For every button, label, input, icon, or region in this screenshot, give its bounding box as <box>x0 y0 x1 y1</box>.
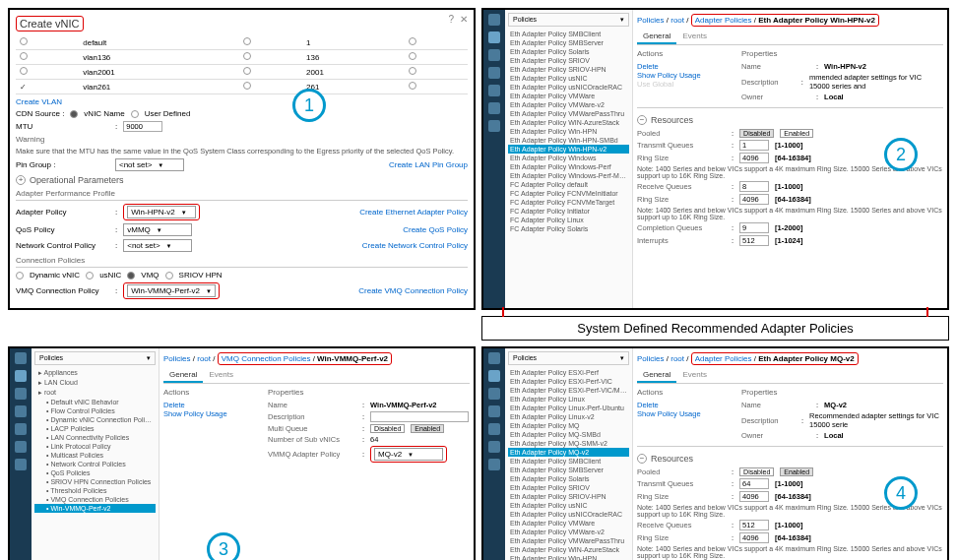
sidebar-item[interactable]: • LACP Policies <box>34 424 156 433</box>
sidebar-item[interactable]: Eth Adapter Policy SRIOV <box>508 483 629 492</box>
sidebar-item[interactable]: Eth Adapter Policy Win-HPN <box>508 554 629 560</box>
nav-icon[interactable] <box>488 459 500 470</box>
sidebar-item[interactable]: Eth Adapter Policy Win-HPN <box>508 127 629 136</box>
radio-icon[interactable] <box>131 110 139 118</box>
sidebar-item[interactable]: • Network Control Policies <box>34 460 156 468</box>
create-lan-pin-link[interactable]: Create LAN Pin Group <box>389 160 468 169</box>
sidebar-item[interactable]: • Link Protocol Policy <box>34 442 156 451</box>
sidebar-item[interactable]: Eth Adapter Policy usNIC <box>508 74 629 83</box>
table-row[interactable]: default1 <box>16 35 468 50</box>
sidebar-item[interactable]: Eth Adapter Policy MQ-v2 <box>508 448 629 457</box>
sidebar-item[interactable]: Eth Adapter Policy SMBServer <box>508 38 629 47</box>
desc-input[interactable] <box>370 411 469 422</box>
sidebar-item[interactable]: • QoS Policies <box>34 468 156 477</box>
adapter-policy-select[interactable]: Win-HPN-v2 <box>127 206 196 218</box>
sidebar-item[interactable]: • SRIOV HPN Connection Policies <box>34 477 156 486</box>
sidebar-item[interactable]: Eth Adapter Policy WIN-AzureStack <box>508 118 629 127</box>
create-vlan-link[interactable]: Create VLAN <box>16 97 62 106</box>
sidebar-item[interactable]: Eth Adapter Policy usNIC <box>508 501 629 510</box>
tab-events[interactable]: Events <box>676 30 712 42</box>
show-usage-link[interactable]: Show Policy Usage <box>637 71 726 80</box>
nav-icon[interactable] <box>488 120 500 132</box>
collapse-icon[interactable]: − <box>637 454 647 464</box>
sidebar-item[interactable]: FC Adapter Policy FCNVMeInitiator <box>508 189 629 198</box>
table-row[interactable]: vlan136136 <box>16 50 468 65</box>
enabled-toggle[interactable]: Enabled <box>780 467 813 476</box>
expand-icon[interactable]: + <box>16 175 26 185</box>
check-icon[interactable]: ✓ <box>20 83 27 92</box>
tab-events[interactable]: Events <box>676 368 712 381</box>
sidebar-item[interactable]: Eth Adapter Policy Linux-Perf-Ubuntu <box>508 404 629 412</box>
nav-icon[interactable] <box>15 423 27 435</box>
nav-icon[interactable] <box>488 102 500 114</box>
radio-icon[interactable] <box>243 67 251 75</box>
sidebar-item[interactable]: ▸ Appliances <box>34 368 156 378</box>
table-row[interactable]: vlan20012001 <box>16 65 468 80</box>
nav-icon[interactable] <box>488 49 500 61</box>
nav-icon[interactable] <box>488 388 500 400</box>
pin-group-select[interactable]: <not set> <box>115 158 184 171</box>
radio-icon[interactable] <box>165 272 173 280</box>
ring-size-input-2[interactable] <box>739 532 769 543</box>
nav-icon[interactable] <box>488 405 500 417</box>
radio-icon[interactable] <box>70 110 78 118</box>
sidebar-item[interactable]: Eth Adapter Policy MQ-SMM-v2 <box>508 439 629 448</box>
sidebar-item[interactable]: Eth Adapter Policy SMBClient <box>508 30 629 38</box>
tx-queues-input[interactable] <box>739 140 769 151</box>
sidebar-item[interactable]: FC Adapter Policy default <box>508 180 629 189</box>
create-qos-link[interactable]: Create QoS Policy <box>403 225 468 234</box>
sidebar-item[interactable]: Eth Adapter Policy Win-HPN-v2 <box>508 145 629 154</box>
radio-icon[interactable] <box>409 37 416 45</box>
enabled-toggle[interactable]: Enabled <box>411 424 444 433</box>
sidebar-item[interactable]: Eth Adapter Policy VMWarePassThru <box>508 109 629 118</box>
disabled-toggle[interactable]: Disabled <box>370 424 405 433</box>
rx-queues-input[interactable] <box>739 181 769 192</box>
sidebar-item[interactable]: Eth Adapter Policy ESXi-Perf-VIC/Mel-NIC <box>508 386 629 395</box>
nav-icon[interactable] <box>15 388 27 400</box>
nav-icon[interactable] <box>15 441 27 453</box>
delete-link[interactable]: Delete <box>637 401 726 409</box>
sidebar-item[interactable]: Eth Adapter Policy Windows-Perf-Monitori… <box>508 171 629 180</box>
show-usage-link[interactable]: Show Policy Usage <box>637 409 726 418</box>
sidebar-item[interactable]: Eth Adapter Policy MQ <box>508 421 629 430</box>
enabled-toggle[interactable]: Enabled <box>780 129 813 138</box>
sidebar-item[interactable]: • Dynamic vNIC Connection Policies <box>34 415 156 424</box>
create-net-ctrl-link[interactable]: Create Network Control Policy <box>362 241 468 250</box>
collapse-icon[interactable]: − <box>637 115 647 125</box>
sidebar-item[interactable]: Eth Adapter Policy Solaris <box>508 474 629 483</box>
radio-icon[interactable] <box>409 52 416 60</box>
sidebar-select[interactable]: Policies▾ <box>508 13 629 27</box>
sidebar-item[interactable]: Eth Adapter Policy MQ-SMBd <box>508 430 629 439</box>
sidebar-item[interactable]: Eth Adapter Policy ESXi-Perf <box>508 368 629 377</box>
radio-icon[interactable] <box>409 82 416 90</box>
radio-icon[interactable] <box>20 52 28 60</box>
nav-icon[interactable] <box>488 441 500 453</box>
close-icon[interactable]: ✕ <box>460 14 468 25</box>
sidebar-item[interactable]: FC Adapter Policy Linux <box>508 216 629 224</box>
radio-icon[interactable] <box>127 272 135 280</box>
sidebar-item[interactable]: Eth Adapter Policy ESXi-Perf-VIC <box>508 377 629 386</box>
delete-link[interactable]: Delete <box>637 62 726 71</box>
sidebar-item[interactable]: Eth Adapter Policy usNICOracleRAC <box>508 510 629 519</box>
table-row[interactable]: ✓vlan261261 <box>16 80 468 94</box>
ring-size-input-2[interactable] <box>739 194 769 205</box>
nav-icon[interactable] <box>15 405 27 417</box>
create-vmq-link[interactable]: Create VMQ Connection Policy <box>358 286 468 295</box>
nav-icon[interactable] <box>15 459 27 470</box>
radio-icon[interactable] <box>16 272 24 280</box>
sidebar-item[interactable]: Eth Adapter Policy SMBClient <box>508 457 629 466</box>
nav-icon[interactable] <box>488 31 500 43</box>
radio-icon[interactable] <box>243 82 251 90</box>
ring-size-input[interactable] <box>739 153 769 163</box>
nav-icon[interactable] <box>488 352 500 364</box>
sidebar-item[interactable]: FC Adapter Policy Solaris <box>508 224 629 233</box>
tab-events[interactable]: Events <box>203 368 238 381</box>
sidebar-item[interactable]: Eth Adapter Policy Win-HPN-SMBd <box>508 136 629 145</box>
sidebar-item[interactable]: ▸ root <box>34 388 156 398</box>
sidebar-item[interactable]: Eth Adapter Policy usNICOracleRAC <box>508 83 629 92</box>
radio-icon[interactable] <box>20 37 28 45</box>
nav-icon[interactable] <box>15 370 27 382</box>
sidebar-item[interactable]: Eth Adapter Policy VMWare <box>508 519 629 528</box>
sidebar-item[interactable]: Eth Adapter Policy VMWare-v2 <box>508 528 629 536</box>
mtu-input[interactable] <box>123 121 162 132</box>
